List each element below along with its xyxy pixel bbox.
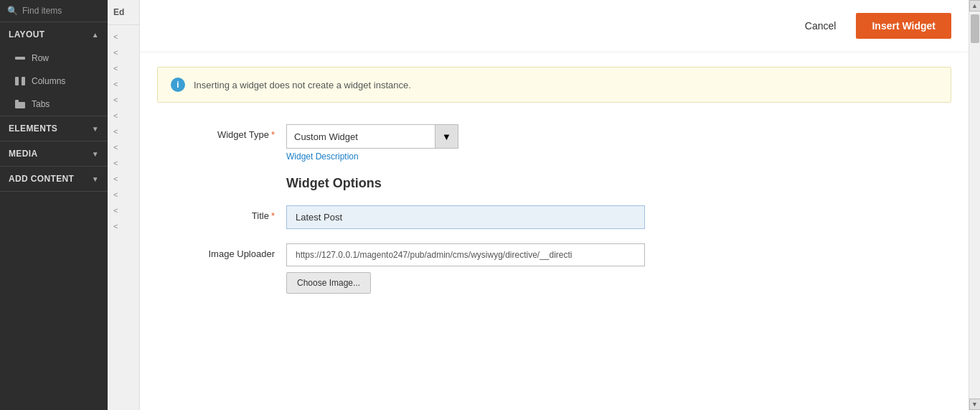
- media-label: Media: [9, 149, 37, 159]
- editor-line: <: [113, 218, 133, 234]
- editor-line: <: [113, 139, 133, 155]
- sidebar-section-add-content: Add Content ▼: [0, 167, 108, 192]
- editor-line: <: [113, 60, 133, 76]
- widget-options-title: Widget Options: [157, 176, 951, 191]
- editor-line: <: [113, 187, 133, 202]
- required-star-title: *: [271, 210, 275, 221]
- sidebar-section-elements-header[interactable]: Elements ▼: [0, 116, 108, 141]
- sidebar-item-tabs[interactable]: Tabs: [0, 93, 108, 116]
- editor-strip: Ed < < < < < < < < < < < < <: [108, 0, 140, 410]
- title-label: Title*: [157, 205, 286, 221]
- chevron-down-icon-elements: ▼: [92, 125, 99, 133]
- image-uploader-control: Choose Image...: [286, 243, 951, 294]
- cancel-button[interactable]: Cancel: [793, 14, 848, 37]
- scroll-up-button[interactable]: ▲: [969, 0, 981, 11]
- required-star: *: [271, 129, 275, 140]
- dropdown-arrow-icon: ▼: [442, 131, 451, 142]
- svg-rect-0: [15, 57, 25, 60]
- sidebar-item-columns[interactable]: Columns: [0, 70, 108, 93]
- info-banner: i Inserting a widget does not create a w…: [157, 67, 951, 103]
- form-body: Widget Type* Custom Widget ▼ Widget Desc…: [140, 117, 969, 330]
- sidebar-section-layout: Layout ▲ Row Columns Tabs: [0, 22, 108, 116]
- image-uploader-label: Image Uploader: [157, 243, 286, 259]
- widget-type-select[interactable]: Custom Widget: [287, 126, 435, 147]
- sidebar-section-media-header[interactable]: Media ▼: [0, 141, 108, 166]
- svg-rect-1: [15, 77, 19, 85]
- title-control: [286, 205, 951, 229]
- editor-line: <: [113, 29, 133, 45]
- widget-type-row: Widget Type* Custom Widget ▼ Widget Desc…: [157, 124, 951, 162]
- image-uploader-row: Image Uploader Choose Image...: [157, 243, 951, 294]
- elements-label: Elements: [9, 124, 57, 134]
- tabs-icon: [14, 98, 26, 110]
- editor-lines: < < < < < < < < < < < < <: [108, 25, 139, 410]
- search-input[interactable]: [22, 6, 100, 16]
- svg-rect-4: [15, 100, 19, 103]
- layout-label: Layout: [9, 29, 44, 39]
- editor-title: Ed: [108, 0, 139, 25]
- select-dropdown-button[interactable]: ▼: [435, 125, 458, 148]
- editor-line: <: [113, 108, 133, 124]
- columns-icon: [14, 75, 26, 87]
- scrollbar-thumb[interactable]: [971, 14, 979, 43]
- sidebar-section-elements: Elements ▼: [0, 116, 108, 141]
- sidebar-item-tabs-label: Tabs: [32, 99, 50, 109]
- editor-line: <: [113, 155, 133, 171]
- info-message: Inserting a widget does not create a wid…: [194, 80, 411, 90]
- title-input[interactable]: [286, 205, 645, 229]
- title-row: Title*: [157, 205, 951, 229]
- modal-header: Cancel Insert Widget: [140, 0, 969, 52]
- insert-widget-button[interactable]: Insert Widget: [856, 13, 951, 39]
- choose-image-button[interactable]: Choose Image...: [286, 272, 371, 294]
- chevron-down-icon-add-content: ▼: [92, 175, 99, 183]
- editor-line: <: [113, 92, 133, 108]
- sidebar-item-row-label: Row: [32, 53, 49, 63]
- image-url-input[interactable]: [286, 243, 645, 266]
- add-content-label: Add Content: [9, 174, 74, 184]
- sidebar-item-columns-label: Columns: [32, 76, 65, 86]
- editor-line: <: [113, 45, 133, 60]
- sidebar-section-layout-header[interactable]: Layout ▲: [0, 22, 108, 47]
- sidebar-item-row[interactable]: Row: [0, 47, 108, 70]
- scrollbar-track: ▲ ▼: [969, 0, 980, 410]
- search-container[interactable]: 🔍: [0, 0, 108, 22]
- scroll-down-button[interactable]: ▼: [969, 399, 981, 410]
- chevron-down-icon-media: ▼: [92, 150, 99, 158]
- editor-line: <: [113, 202, 133, 218]
- editor-line: <: [113, 171, 133, 187]
- widget-description-link[interactable]: Widget Description: [286, 152, 951, 162]
- widget-type-control: Custom Widget ▼ Widget Description: [286, 124, 951, 162]
- sidebar: 🔍 Layout ▲ Row Columns Tabs: [0, 0, 108, 410]
- editor-line: <: [113, 76, 133, 92]
- modal-area: Cancel Insert Widget i Inserting a widge…: [140, 0, 969, 410]
- chevron-up-icon: ▲: [92, 31, 99, 39]
- widget-type-label: Widget Type*: [157, 124, 286, 140]
- svg-rect-2: [22, 77, 25, 85]
- sidebar-section-add-content-header[interactable]: Add Content ▼: [0, 167, 108, 191]
- editor-line: <: [113, 124, 133, 139]
- row-icon: [14, 52, 26, 64]
- widget-type-select-wrapper[interactable]: Custom Widget ▼: [286, 124, 458, 149]
- sidebar-section-media: Media ▼: [0, 141, 108, 167]
- search-icon: 🔍: [7, 6, 18, 16]
- info-icon: i: [171, 78, 185, 92]
- image-uploader-wrap: Choose Image...: [286, 243, 951, 294]
